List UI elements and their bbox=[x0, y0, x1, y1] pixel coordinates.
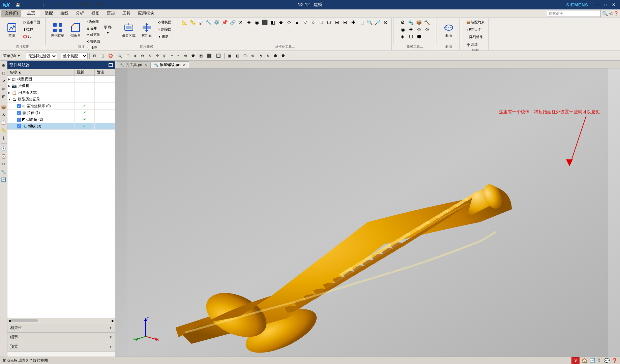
build-icon-7[interactable]: ⊗ bbox=[415, 26, 423, 33]
status-icon-refresh[interactable]: 🔄 bbox=[589, 358, 595, 363]
move-face-btn[interactable]: 移动面 bbox=[138, 19, 155, 40]
menu-modules[interactable]: 应用模块 bbox=[135, 10, 157, 17]
tb2-icon3[interactable]: ⭕ bbox=[107, 52, 115, 60]
std-icon-18[interactable]: □ bbox=[318, 19, 325, 26]
qa-btn2[interactable]: ◼ bbox=[56, 1, 62, 8]
std-icon-1[interactable]: 📐 bbox=[180, 19, 188, 26]
extrude-btn[interactable]: ⬆拉伸 bbox=[21, 26, 42, 33]
qa-btn3[interactable]: ◻ bbox=[65, 1, 72, 8]
std-icon-8[interactable]: ✕ bbox=[237, 19, 244, 26]
tb2-icon5[interactable]: ⊞ bbox=[125, 52, 131, 60]
surface-btn[interactable]: 曲面 bbox=[440, 19, 457, 40]
pn-row-history[interactable]: ▼ 🗂 模型历史记录 bbox=[7, 96, 115, 103]
expand-camera[interactable]: ▶ bbox=[8, 84, 10, 88]
build-icon-2[interactable]: 🔩 bbox=[407, 19, 415, 26]
pn-row-extrude[interactable]: ✓ ▦ 拉伸 (1) ✓ bbox=[7, 110, 115, 116]
menu-tools[interactable]: 工具 bbox=[119, 10, 134, 17]
replace-face-btn[interactable]: ⟲替换面 bbox=[85, 38, 102, 44]
merge-btn[interactable]: ⊕合并 bbox=[85, 25, 102, 31]
status-icon-help[interactable]: ❓ bbox=[612, 358, 617, 363]
menu-home[interactable]: 主页 bbox=[22, 10, 40, 17]
search-input[interactable] bbox=[547, 10, 601, 17]
menu-curve[interactable]: 曲线 bbox=[57, 10, 72, 17]
build-icon-1[interactable]: ⚙ bbox=[399, 19, 407, 26]
menu-assembly[interactable]: 装配 bbox=[41, 10, 56, 17]
std-icon-15[interactable]: ▲ bbox=[293, 19, 301, 26]
more-sync-btn[interactable]: ▼更多 bbox=[156, 33, 173, 40]
tb2-icon17[interactable]: 🔲 bbox=[214, 52, 223, 60]
pn-row-userexpr[interactable]: ▶ 📋 用户表达式 bbox=[7, 89, 115, 96]
tb2-icon18[interactable]: ▣ bbox=[226, 52, 233, 60]
std-icon-14[interactable]: ◇ bbox=[285, 19, 293, 26]
tab-thread[interactable]: 🔩 添加螺纹.prt ✕ bbox=[151, 61, 189, 68]
lvt-model[interactable]: 📦 bbox=[0, 104, 7, 111]
check-chamfer2[interactable]: ✓ bbox=[17, 118, 21, 122]
expand-history[interactable]: ▼ bbox=[8, 98, 11, 101]
build-icon-9[interactable]: ◈ bbox=[399, 33, 407, 40]
std-icon-24[interactable]: ✚ bbox=[350, 19, 357, 26]
status-icon-chat[interactable]: 💬 bbox=[604, 358, 610, 363]
menu-analysis[interactable]: 分析 bbox=[72, 10, 87, 17]
std-icon-13[interactable]: ◆ bbox=[277, 19, 285, 26]
std-icon-28[interactable]: ⊙ bbox=[382, 19, 389, 26]
scroll-right-btn[interactable]: ▶ bbox=[112, 319, 114, 323]
redo-btn[interactable]: ↪ bbox=[33, 1, 40, 8]
status-icon-home[interactable]: 🏠 bbox=[582, 358, 587, 363]
tb2-icon7[interactable]: ⊙ bbox=[139, 52, 146, 60]
scope-select[interactable]: 整个装配 bbox=[61, 53, 88, 59]
minimize-btn[interactable]: — bbox=[594, 2, 601, 8]
std-icon-4[interactable]: 🔧 bbox=[205, 19, 212, 26]
build-icon-11[interactable]: ⬢ bbox=[415, 33, 423, 40]
scroll-left-btn[interactable]: ◀ bbox=[8, 319, 11, 323]
tab-hole-close[interactable]: ✕ bbox=[144, 63, 148, 67]
tb2-icon13[interactable]: ⊛ bbox=[182, 52, 189, 60]
asm-bundle-btn[interactable]: 📦装配约束 bbox=[465, 19, 486, 26]
menu-btn[interactable]: 菜单(M) ▼ bbox=[1, 52, 22, 60]
hole-btn[interactable]: ⭕孔 bbox=[21, 33, 42, 40]
pn-row-chamfer2[interactable]: ✓ ◤ 倒斜角 (2) ✓ bbox=[7, 116, 115, 123]
baseline-plane-btn[interactable]: ⬡基准平面 bbox=[21, 19, 42, 26]
lvt-select[interactable]: 🕐 bbox=[0, 145, 7, 152]
lvt-view1[interactable]: 👁 bbox=[0, 112, 7, 118]
pattern-feature-btn[interactable]: 阵列特征 bbox=[49, 19, 66, 40]
build-icon-10[interactable]: ⬡ bbox=[407, 33, 415, 40]
pn-scroll-thumb[interactable] bbox=[11, 319, 38, 322]
search-icon[interactable]: 🔍 bbox=[602, 11, 608, 16]
std-icon-16[interactable]: ▽ bbox=[301, 19, 309, 26]
std-icon-7[interactable]: 🔗 bbox=[229, 19, 236, 26]
std-icon-17[interactable]: ○ bbox=[309, 19, 317, 26]
shell-btn[interactable]: ⬡抽壳 bbox=[85, 45, 102, 51]
pn-row-camera[interactable]: ▶ 📷 摄像机 bbox=[7, 83, 115, 89]
lvt-shape[interactable]: ⬡ bbox=[0, 70, 7, 77]
pn-row-datum[interactable]: ✓ ⊞ 基准坐标系 (0) ✓ bbox=[7, 103, 115, 110]
expand-modelview[interactable]: ▶ bbox=[8, 78, 10, 81]
help-icon[interactable]: ❓ bbox=[614, 11, 619, 16]
std-icon-27[interactable]: 🔎 bbox=[374, 19, 381, 26]
close-btn[interactable]: ✕ bbox=[610, 2, 617, 8]
tab-hole-tool[interactable]: 🔧 孔工具.prt ✕ bbox=[117, 61, 151, 68]
menu-view[interactable]: 视图 bbox=[88, 10, 103, 17]
ribbon-btn-sketch[interactable]: 草图 bbox=[3, 19, 20, 40]
lvt-settings[interactable]: ⚙ bbox=[0, 62, 7, 69]
std-icon-23[interactable]: ⊟ bbox=[342, 19, 349, 26]
std-icon-12[interactable]: ◧ bbox=[269, 19, 276, 26]
pn-row-thread[interactable]: ✓ 🔩 螺纹 (3) ✓ bbox=[7, 123, 115, 130]
window-menu-btn[interactable]: 窗口▼ bbox=[93, 1, 106, 8]
lvt-time[interactable]: ⌚ bbox=[0, 153, 7, 160]
tb2-icon16[interactable]: ⬛ bbox=[205, 52, 213, 60]
std-icon-9[interactable]: ◈ bbox=[245, 19, 253, 26]
std-icon-3[interactable]: 📊 bbox=[197, 19, 204, 26]
related-section[interactable]: 相关性 ▼ bbox=[7, 323, 115, 333]
replace-face-sync-btn[interactable]: ⟲替换面 bbox=[156, 19, 173, 26]
pn-scrollbar-h[interactable]: ◀ ▶ bbox=[7, 318, 115, 323]
tb2-icon14[interactable]: ⬟ bbox=[190, 52, 197, 60]
more-features-btn[interactable]: 更多▼ bbox=[103, 19, 113, 40]
filter-select[interactable]: 无选择过滤器 bbox=[26, 53, 57, 59]
tb2-icon21[interactable]: ⊕ bbox=[249, 52, 256, 60]
menu-render[interactable]: 渲染 bbox=[104, 10, 118, 17]
std-icon-5[interactable]: ⚙️ bbox=[213, 19, 220, 26]
check-thread[interactable]: ✓ bbox=[17, 124, 21, 128]
add-btn[interactable]: ➕添加 bbox=[465, 41, 479, 48]
pn-maximize-btn[interactable]: 🗖 bbox=[108, 62, 113, 68]
build-icon-6[interactable]: ⊕ bbox=[407, 26, 415, 33]
